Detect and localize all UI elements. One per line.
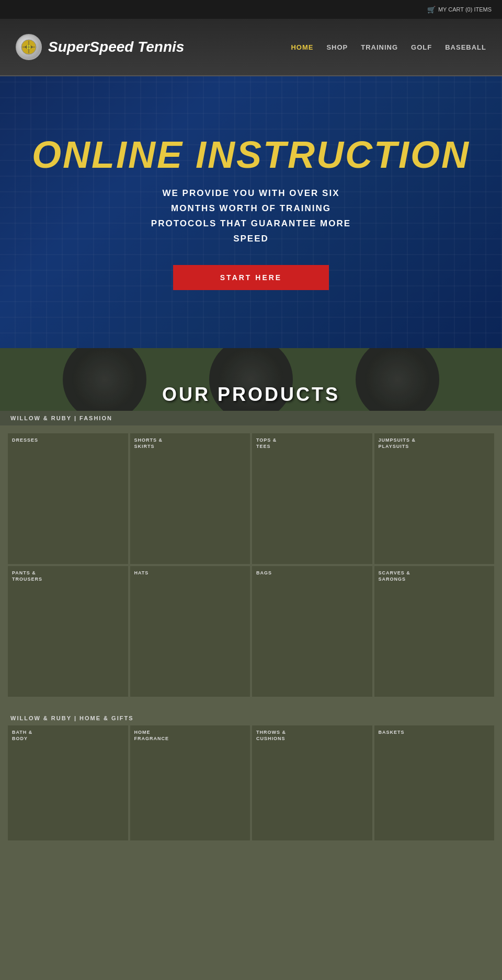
nav-shop[interactable]: SHOP bbox=[326, 43, 348, 51]
fashion-section-label: WILLOW & RUBY | FASHION bbox=[0, 411, 502, 425]
product-cell-shorts-bg bbox=[130, 433, 250, 564]
fashion-product-grid: DRESSES SHORTS &SKIRTS TOPS &TEES JUMPSU… bbox=[0, 425, 502, 705]
home-label-bath: BATH &BODY bbox=[12, 730, 32, 742]
home-cell-bath-bg bbox=[8, 725, 128, 840]
product-cell-jumpsuits-bg bbox=[374, 433, 495, 564]
home-cell-baskets[interactable]: BASKETS bbox=[374, 725, 495, 840]
header: SuperSpeed Tennis HOME SHOP TRAINING GOL… bbox=[0, 19, 502, 76]
product-cell-hats[interactable]: HATS bbox=[130, 566, 250, 697]
hero-title: ONLINE INSTRUCTION bbox=[32, 134, 470, 176]
product-cell-scarves-bg bbox=[374, 566, 495, 697]
nav-training[interactable]: TRAINING bbox=[361, 43, 398, 51]
product-cell-tops-bg bbox=[252, 433, 372, 564]
home-cell-fragrance-bg bbox=[130, 725, 250, 840]
product-cell-tops[interactable]: TOPS &TEES bbox=[252, 433, 372, 564]
home-cell-baskets-bg bbox=[374, 725, 495, 840]
home-cell-fragrance[interactable]: HOMEFRAGRANCE bbox=[130, 725, 250, 840]
hero-subtitle: WE PROVIDE YOU WITH OVER SIX MONTHS WORT… bbox=[32, 186, 470, 247]
racket-right bbox=[356, 348, 439, 411]
product-label-pants: PANTS &TROUSERS bbox=[12, 570, 42, 582]
cart-label: MY CART (0) ITEMS bbox=[438, 6, 492, 13]
product-cell-hats-bg bbox=[130, 566, 250, 697]
start-here-button[interactable]: START HERE bbox=[173, 265, 329, 290]
logo-icon bbox=[16, 34, 42, 60]
product-cell-bags-bg bbox=[252, 566, 372, 697]
cart-link[interactable]: 🛒 MY CART (0) ITEMS bbox=[427, 6, 492, 14]
hero-section: ONLINE INSTRUCTION WE PROVIDE YOU WITH O… bbox=[0, 76, 502, 348]
home-label-fragrance: HOMEFRAGRANCE bbox=[134, 730, 169, 742]
home-gifts-grid: BATH &BODY HOMEFRAGRANCE THROWS &CUSHION… bbox=[0, 725, 502, 848]
logo-area: SuperSpeed Tennis bbox=[16, 34, 184, 60]
cart-icon: 🛒 bbox=[427, 6, 436, 14]
product-label-scarves: SCARVES &SARONGS bbox=[379, 570, 410, 582]
racket-left bbox=[63, 348, 146, 411]
fashion-grid-inner: DRESSES SHORTS &SKIRTS TOPS &TEES JUMPSU… bbox=[8, 433, 494, 697]
main-nav: HOME SHOP TRAINING GOLF BASEBALL bbox=[291, 43, 486, 51]
product-cell-pants[interactable]: PANTS &TROUSERS bbox=[8, 566, 128, 697]
hero-content: ONLINE INSTRUCTION WE PROVIDE YOU WITH O… bbox=[11, 134, 491, 290]
product-label-hats: HATS bbox=[134, 570, 149, 577]
home-label-baskets: BASKETS bbox=[379, 730, 405, 736]
product-label-shorts: SHORTS &SKIRTS bbox=[134, 437, 163, 449]
product-label-jumpsuits: JUMPSUITS &PLAYSUITS bbox=[379, 437, 416, 449]
home-cell-throws[interactable]: THROWS &CUSHIONS bbox=[252, 725, 372, 840]
product-cell-jumpsuits[interactable]: JUMPSUITS &PLAYSUITS bbox=[374, 433, 495, 564]
product-label-dresses: DRESSES bbox=[12, 437, 38, 444]
product-label-bags: BAGS bbox=[256, 570, 272, 577]
product-cell-bags[interactable]: BAGS bbox=[252, 566, 372, 697]
home-label-throws: THROWS &CUSHIONS bbox=[256, 730, 286, 742]
home-gifts-inner: BATH &BODY HOMEFRAGRANCE THROWS &CUSHION… bbox=[8, 725, 494, 840]
product-cell-scarves[interactable]: SCARVES &SARONGS bbox=[374, 566, 495, 697]
nav-home[interactable]: HOME bbox=[291, 43, 313, 51]
logo-text: SuperSpeed Tennis bbox=[48, 39, 184, 55]
products-title: OUR PRODUCTS bbox=[162, 384, 340, 406]
product-label-tops: TOPS &TEES bbox=[256, 437, 277, 449]
home-cell-throws-bg bbox=[252, 725, 372, 840]
home-gifts-label: WILLOW & RUBY | HOME & GIFTS bbox=[0, 705, 502, 725]
product-cell-dresses[interactable]: DRESSES bbox=[8, 433, 128, 564]
product-cell-pants-bg bbox=[8, 566, 128, 697]
products-header: OUR PRODUCTS bbox=[0, 348, 502, 411]
top-bar: 🛒 MY CART (0) ITEMS bbox=[0, 0, 502, 19]
nav-baseball[interactable]: BASEBALL bbox=[445, 43, 486, 51]
product-cell-shorts[interactable]: SHORTS &SKIRTS bbox=[130, 433, 250, 564]
home-cell-bath[interactable]: BATH &BODY bbox=[8, 725, 128, 840]
nav-golf[interactable]: GOLF bbox=[411, 43, 432, 51]
product-cell-dresses-bg bbox=[8, 433, 128, 564]
